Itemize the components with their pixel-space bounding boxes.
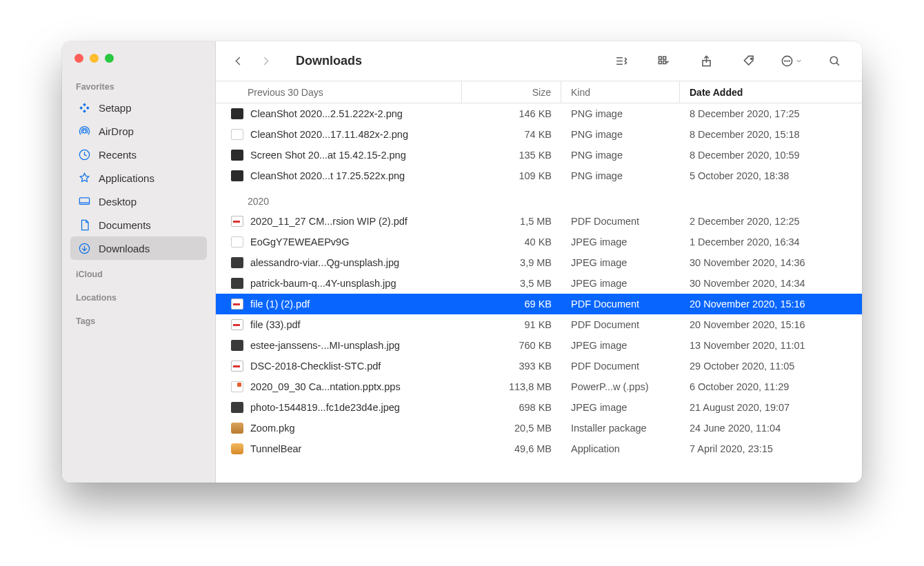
finder-window: FavoritesSetappAirDropRecentsApplication… [62,41,862,483]
sidebar-item-label: Documents [99,219,151,231]
sidebar-section-label[interactable]: Locations [70,283,207,307]
sidebar-item-desktop[interactable]: Desktop [70,190,207,213]
file-size: 393 KB [462,361,561,372]
file-name: file (33).pdf [250,319,301,330]
file-icon [230,128,245,141]
file-icon [230,319,245,331]
file-name: 2020_09_30 Ca...ntation.pptx.pps [250,381,401,392]
file-row[interactable]: photo-1544819...fc1de23d4e.jpeg698 KBJPE… [216,397,862,418]
file-size: 113,8 MB [462,381,561,392]
file-date: 29 October 2020, 11:05 [680,361,862,372]
file-size: 74 KB [462,129,561,140]
desktop-icon [77,194,91,208]
file-kind: JPEG image [561,278,680,289]
file-icon [230,170,245,182]
svg-point-17 [787,61,787,61]
group-header: 2020 [216,186,862,211]
sidebar-item-label: Applications [99,172,154,184]
file-name: photo-1544819...fc1de23d4e.jpeg [250,402,400,413]
file-kind: PDF Document [561,361,680,372]
file-date: 2 December 2020, 12:25 [680,216,862,227]
file-row[interactable]: CleanShot 2020...2.51.222x-2.png146 KBPN… [216,103,862,124]
svg-line-20 [836,63,839,65]
file-icon [230,422,245,434]
column-header-date[interactable]: Date Added [680,81,862,103]
setapp-icon [77,101,91,114]
file-icon [230,360,245,372]
file-row[interactable]: patrick-baum-q...4Y-unsplash.jpg3,5 MBJP… [216,273,862,294]
file-icon [230,381,245,393]
column-header-kind[interactable]: Kind [561,81,680,103]
sidebar-item-recents[interactable]: Recents [70,143,207,166]
sidebar-section-label[interactable]: iCloud [70,260,207,283]
file-kind: PDF Document [561,299,680,310]
sidebar-item-setapp[interactable]: Setapp [70,96,207,119]
file-kind: PNG image [561,129,680,140]
file-row[interactable]: 2020_09_30 Ca...ntation.pptx.pps113,8 MB… [216,376,862,397]
sidebar-item-label: Recents [99,149,137,161]
svg-rect-11 [659,61,661,64]
window-controls [70,54,207,72]
toolbar: Downloads [216,41,862,81]
file-date: 13 November 2020, 11:01 [680,340,862,351]
file-name: CleanShot 2020...17.11.482x-2.png [250,129,408,140]
file-row[interactable]: Zoom.pkg20,5 MBInstaller package24 June … [216,418,862,438]
sidebar-item-downloads[interactable]: Downloads [70,236,207,260]
file-row[interactable]: Screen Shot 20...at 15.42.15-2.png135 KB… [216,145,862,165]
file-icon [230,298,245,310]
file-icon [230,215,245,228]
forward-button[interactable] [253,51,278,72]
file-date: 7 April 2020, 23:15 [680,443,862,454]
file-icon [230,401,245,414]
file-list[interactable]: CleanShot 2020...2.51.222x-2.png146 KBPN… [216,103,862,483]
file-row[interactable]: DSC-2018-Checklist-STC.pdf393 KBPDF Docu… [216,356,862,376]
file-icon [230,277,245,290]
column-header-size[interactable]: Size [462,81,561,103]
sidebar-item-applications[interactable]: Applications [70,166,207,190]
file-name: file (1) (2).pdf [250,299,310,310]
file-name: CleanShot 2020...t 17.25.522x.png [250,170,405,181]
group-by-button[interactable] [651,51,676,72]
back-button[interactable] [225,51,250,72]
svg-point-14 [750,58,752,59]
file-row[interactable]: file (33).pdf91 KBPDF Document20 Novembe… [216,314,862,335]
file-name: estee-janssens-...MI-unsplash.jpg [250,340,400,351]
window-title: Downloads [296,54,362,68]
file-kind: Installer package [561,423,680,434]
file-row[interactable]: 2020_11_27 CM...rsion WIP (2).pdf1,5 MBP… [216,211,862,232]
file-kind: PNG image [561,150,680,161]
sidebar-section-label[interactable]: Tags [70,307,207,330]
fullscreen-window-button[interactable] [105,54,114,63]
file-date: 20 November 2020, 15:16 [680,299,862,310]
file-size: 760 KB [462,340,561,351]
file-row[interactable]: estee-janssens-...MI-unsplash.jpg760 KBJ… [216,335,862,356]
column-header-name[interactable]: Previous 30 Days [216,81,462,103]
file-icon [230,339,245,352]
file-icon [230,236,245,248]
minimize-window-button[interactable] [90,54,99,63]
view-mode-button[interactable] [608,51,633,72]
file-row[interactable]: alessandro-viar...Qg-unsplash.jpg3,9 MBJ… [216,252,862,273]
svg-point-18 [789,61,790,61]
sidebar-item-label: Setapp [99,102,132,114]
file-row[interactable]: file (1) (2).pdf69 KBPDF Document20 Nove… [216,294,862,314]
file-size: 69 KB [462,299,561,310]
share-button[interactable] [694,51,719,72]
file-row[interactable]: CleanShot 2020...t 17.25.522x.png109 KBP… [216,165,862,186]
file-row[interactable]: CleanShot 2020...17.11.482x-2.png74 KBPN… [216,124,862,145]
file-name: 2020_11_27 CM...rsion WIP (2).pdf [250,216,408,227]
sidebar-item-documents[interactable]: Documents [70,213,207,236]
sidebar-item-label: Downloads [99,243,150,254]
file-size: 3,9 MB [462,257,561,268]
sidebar-item-airdrop[interactable]: AirDrop [70,119,207,143]
file-size: 1,5 MB [462,216,561,227]
sidebar-section-label[interactable]: Favorites [70,72,207,96]
file-row[interactable]: EoGgY7EWEAEPv9G40 KBJPEG image1 December… [216,232,862,252]
tags-button[interactable] [736,51,761,72]
more-actions-button[interactable] [779,51,804,72]
file-icon [230,108,245,120]
file-kind: Application [561,443,680,454]
search-button[interactable] [822,51,847,72]
close-window-button[interactable] [74,54,83,63]
file-row[interactable]: TunnelBear49,6 MBApplication7 April 2020… [216,438,862,459]
